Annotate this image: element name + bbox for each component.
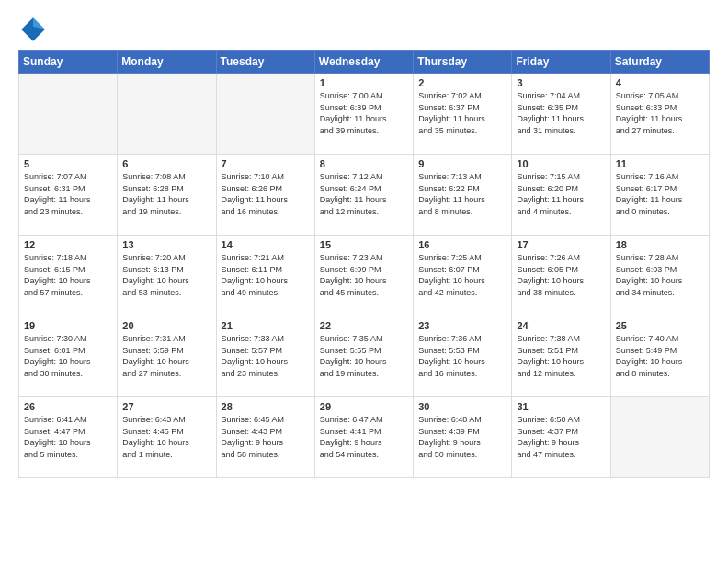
day-number: 23 [418,320,506,331]
day-info: Sunrise: 7:31 AM Sunset: 5:59 PM Dayligh… [122,333,210,379]
day-cell-2: 2Sunrise: 7:02 AM Sunset: 6:37 PM Daylig… [414,74,512,155]
day-cell-20: 20Sunrise: 7:31 AM Sunset: 5:59 PM Dayli… [118,316,216,397]
day-info: Sunrise: 7:12 AM Sunset: 6:24 PM Dayligh… [320,171,408,217]
day-cell-16: 16Sunrise: 7:25 AM Sunset: 6:07 PM Dayli… [414,236,512,316]
day-number: 19 [24,320,112,331]
week-row-3: 19Sunrise: 7:30 AM Sunset: 6:01 PM Dayli… [19,316,710,397]
day-number: 24 [517,320,605,331]
day-info: Sunrise: 7:36 AM Sunset: 5:53 PM Dayligh… [418,333,506,379]
day-cell-11: 11Sunrise: 7:16 AM Sunset: 6:17 PM Dayli… [610,155,709,236]
day-header-tuesday: Tuesday [216,51,314,74]
day-number: 21 [222,320,310,331]
day-number: 30 [418,401,506,412]
day-number: 7 [222,158,310,169]
day-cell-26: 26Sunrise: 6:41 AM Sunset: 4:47 PM Dayli… [19,397,118,478]
day-info: Sunrise: 7:28 AM Sunset: 6:03 PM Dayligh… [616,252,704,298]
empty-cell [118,74,216,155]
day-cell-5: 5Sunrise: 7:07 AM Sunset: 6:31 PM Daylig… [19,155,118,236]
week-row-4: 26Sunrise: 6:41 AM Sunset: 4:47 PM Dayli… [19,397,710,478]
day-info: Sunrise: 7:13 AM Sunset: 6:22 PM Dayligh… [418,171,506,217]
day-info: Sunrise: 7:23 AM Sunset: 6:09 PM Dayligh… [320,252,408,298]
day-cell-31: 31Sunrise: 6:50 AM Sunset: 4:37 PM Dayli… [512,397,610,478]
day-info: Sunrise: 7:04 AM Sunset: 6:35 PM Dayligh… [517,90,605,136]
day-info: Sunrise: 7:38 AM Sunset: 5:51 PM Dayligh… [517,333,605,379]
day-number: 10 [517,158,605,169]
day-number: 1 [320,77,408,88]
logo-icon [18,15,48,44]
day-info: Sunrise: 7:20 AM Sunset: 6:13 PM Dayligh… [122,252,210,298]
day-info: Sunrise: 6:47 AM Sunset: 4:41 PM Dayligh… [320,414,408,460]
day-cell-6: 6Sunrise: 7:08 AM Sunset: 6:28 PM Daylig… [118,155,216,236]
day-number: 27 [122,401,210,412]
day-cell-12: 12Sunrise: 7:18 AM Sunset: 6:15 PM Dayli… [19,236,118,316]
day-cell-27: 27Sunrise: 6:43 AM Sunset: 4:45 PM Dayli… [118,397,216,478]
header-row: SundayMondayTuesdayWednesdayThursdayFrid… [19,51,710,74]
day-info: Sunrise: 6:45 AM Sunset: 4:43 PM Dayligh… [222,414,310,460]
day-number: 2 [418,77,506,88]
day-cell-29: 29Sunrise: 6:47 AM Sunset: 4:41 PM Dayli… [314,397,413,478]
calendar-header: SundayMondayTuesdayWednesdayThursdayFrid… [19,51,710,74]
day-number: 26 [24,401,112,412]
day-header-friday: Friday [512,51,610,74]
day-number: 20 [122,320,210,331]
day-info: Sunrise: 6:50 AM Sunset: 4:37 PM Dayligh… [517,414,605,460]
day-header-wednesday: Wednesday [314,51,413,74]
day-cell-14: 14Sunrise: 7:21 AM Sunset: 6:11 PM Dayli… [216,236,314,316]
day-info: Sunrise: 7:08 AM Sunset: 6:28 PM Dayligh… [122,171,210,217]
day-info: Sunrise: 7:25 AM Sunset: 6:07 PM Dayligh… [418,252,506,298]
day-number: 28 [222,401,310,412]
day-cell-7: 7Sunrise: 7:10 AM Sunset: 6:26 PM Daylig… [216,155,314,236]
day-cell-15: 15Sunrise: 7:23 AM Sunset: 6:09 PM Dayli… [314,236,413,316]
day-cell-18: 18Sunrise: 7:28 AM Sunset: 6:03 PM Dayli… [610,236,709,316]
day-header-thursday: Thursday [414,51,512,74]
day-number: 4 [616,77,704,88]
day-info: Sunrise: 7:02 AM Sunset: 6:37 PM Dayligh… [418,90,506,136]
empty-cell [610,397,709,478]
day-number: 31 [517,401,605,412]
day-info: Sunrise: 6:41 AM Sunset: 4:47 PM Dayligh… [24,414,112,460]
day-number: 17 [517,239,605,250]
day-cell-19: 19Sunrise: 7:30 AM Sunset: 6:01 PM Dayli… [19,316,118,397]
day-cell-30: 30Sunrise: 6:48 AM Sunset: 4:39 PM Dayli… [414,397,512,478]
day-cell-21: 21Sunrise: 7:33 AM Sunset: 5:57 PM Dayli… [216,316,314,397]
day-info: Sunrise: 7:05 AM Sunset: 6:33 PM Dayligh… [616,90,704,136]
day-number: 25 [616,320,704,331]
day-number: 14 [222,239,310,250]
day-number: 8 [320,158,408,169]
day-info: Sunrise: 7:40 AM Sunset: 5:49 PM Dayligh… [616,333,704,379]
day-number: 22 [320,320,408,331]
day-number: 6 [122,158,210,169]
logo [18,15,51,44]
day-header-sunday: Sunday [19,51,118,74]
day-cell-1: 1Sunrise: 7:00 AM Sunset: 6:39 PM Daylig… [314,74,413,155]
day-number: 13 [122,239,210,250]
header [18,15,710,44]
day-info: Sunrise: 7:26 AM Sunset: 6:05 PM Dayligh… [517,252,605,298]
day-number: 18 [616,239,704,250]
day-cell-10: 10Sunrise: 7:15 AM Sunset: 6:20 PM Dayli… [512,155,610,236]
day-header-monday: Monday [118,51,216,74]
day-cell-28: 28Sunrise: 6:45 AM Sunset: 4:43 PM Dayli… [216,397,314,478]
day-number: 9 [418,158,506,169]
day-info: Sunrise: 7:35 AM Sunset: 5:55 PM Dayligh… [320,333,408,379]
day-info: Sunrise: 7:33 AM Sunset: 5:57 PM Dayligh… [222,333,310,379]
empty-cell [19,74,118,155]
day-cell-3: 3Sunrise: 7:04 AM Sunset: 6:35 PM Daylig… [512,74,610,155]
day-number: 5 [24,158,112,169]
day-info: Sunrise: 7:00 AM Sunset: 6:39 PM Dayligh… [320,90,408,136]
day-number: 29 [320,401,408,412]
day-header-saturday: Saturday [610,51,709,74]
week-row-0: 1Sunrise: 7:00 AM Sunset: 6:39 PM Daylig… [19,74,710,155]
day-info: Sunrise: 7:10 AM Sunset: 6:26 PM Dayligh… [222,171,310,217]
calendar: SundayMondayTuesdayWednesdayThursdayFrid… [18,50,710,478]
day-cell-8: 8Sunrise: 7:12 AM Sunset: 6:24 PM Daylig… [314,155,413,236]
day-cell-4: 4Sunrise: 7:05 AM Sunset: 6:33 PM Daylig… [610,74,709,155]
day-info: Sunrise: 6:48 AM Sunset: 4:39 PM Dayligh… [418,414,506,460]
page: SundayMondayTuesdayWednesdayThursdayFrid… [0,0,728,488]
day-info: Sunrise: 7:07 AM Sunset: 6:31 PM Dayligh… [24,171,112,217]
day-cell-17: 17Sunrise: 7:26 AM Sunset: 6:05 PM Dayli… [512,236,610,316]
day-cell-22: 22Sunrise: 7:35 AM Sunset: 5:55 PM Dayli… [314,316,413,397]
day-info: Sunrise: 7:18 AM Sunset: 6:15 PM Dayligh… [24,252,112,298]
day-info: Sunrise: 7:15 AM Sunset: 6:20 PM Dayligh… [517,171,605,217]
day-info: Sunrise: 7:30 AM Sunset: 6:01 PM Dayligh… [24,333,112,379]
